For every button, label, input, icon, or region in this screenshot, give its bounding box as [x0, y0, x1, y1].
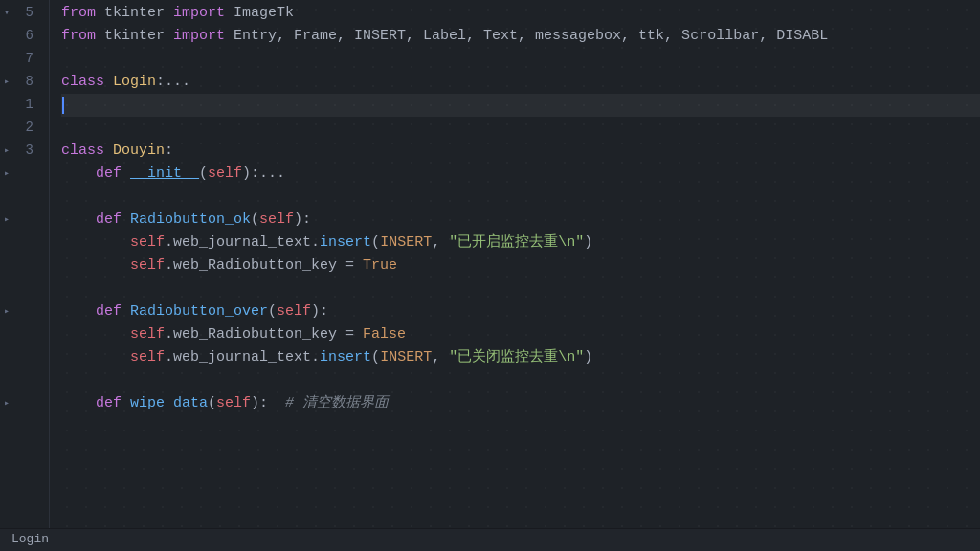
code-line: [61, 117, 980, 140]
code-content[interactable]: from tkinter import ImageTk from tkinter…: [50, 0, 980, 528]
gutter-line-b3: [0, 186, 41, 209]
gutter-line-wipe: ▸: [0, 392, 41, 415]
gutter-line-blank2: 2: [0, 117, 41, 140]
code-line: [61, 369, 980, 392]
code-line: [61, 277, 980, 300]
gutter-line-b4: [0, 277, 41, 300]
fold-icon[interactable]: ▸: [4, 75, 10, 90]
gutter-line-r2: [0, 254, 41, 277]
gutter-line-3: ▸ 3: [0, 140, 41, 163]
gutter-line-5: ▾ 5: [0, 2, 41, 25]
code-line: [61, 48, 980, 71]
fold-icon[interactable]: ▸: [4, 396, 10, 411]
code-editor: ▾ 5 6 7 ▸ 8 1 2: [0, 0, 980, 551]
gutter-line-r4: [0, 346, 41, 369]
code-line: def Radiobutton_ok ( self ):: [61, 209, 980, 231]
code-line: def wipe_data ( self ): # 清空数据界面: [61, 392, 980, 415]
gutter-line-r3: [0, 323, 41, 346]
code-line: self . web_journal_text . insert ( INSER…: [61, 346, 980, 369]
gutter-line-rover: ▸: [0, 300, 41, 323]
fold-icon[interactable]: ▸: [4, 304, 10, 320]
gutter-line-7: 7: [0, 48, 41, 71]
code-line: class Login :...: [61, 71, 980, 94]
code-line: from tkinter import ImageTk: [61, 2, 980, 25]
code-area[interactable]: ▾ 5 6 7 ▸ 8 1 2: [0, 0, 980, 528]
fold-icon[interactable]: ▸: [4, 143, 10, 159]
gutter-line-8: ▸ 8: [0, 71, 41, 94]
fold-icon[interactable]: ▸: [4, 166, 10, 182]
code-line: self . web_journal_text . insert ( INSER…: [61, 231, 980, 254]
fold-icon[interactable]: ▾: [4, 6, 10, 21]
gutter-line-6: 6: [0, 25, 41, 48]
text-cursor: [62, 97, 64, 114]
code-line: class Douyin :: [61, 140, 980, 163]
code-line: from tkinter import Entry, Frame, INSERT…: [61, 25, 980, 48]
gutter-line-b5: [0, 369, 41, 392]
code-line: [61, 186, 980, 209]
gutter-line-init: ▸: [0, 163, 41, 186]
code-line-current: [61, 94, 980, 117]
gutter-line-r1: [0, 231, 41, 254]
gutter-line-rok: ▸: [0, 209, 41, 231]
fold-icon[interactable]: ▸: [4, 212, 10, 228]
code-line: def Radiobutton_over ( self ):: [61, 300, 980, 323]
code-line: self . web_Radiobutton_key = True: [61, 254, 980, 277]
code-line: def __init__ ( self ): ...: [61, 163, 980, 186]
line-gutter: ▾ 5 6 7 ▸ 8 1 2: [0, 0, 50, 528]
status-bar: Login: [0, 528, 980, 551]
gutter-line-blank1: 1: [0, 94, 41, 117]
code-line: self . web_Radiobutton_key = False: [61, 323, 980, 346]
status-label: Login: [11, 530, 49, 549]
